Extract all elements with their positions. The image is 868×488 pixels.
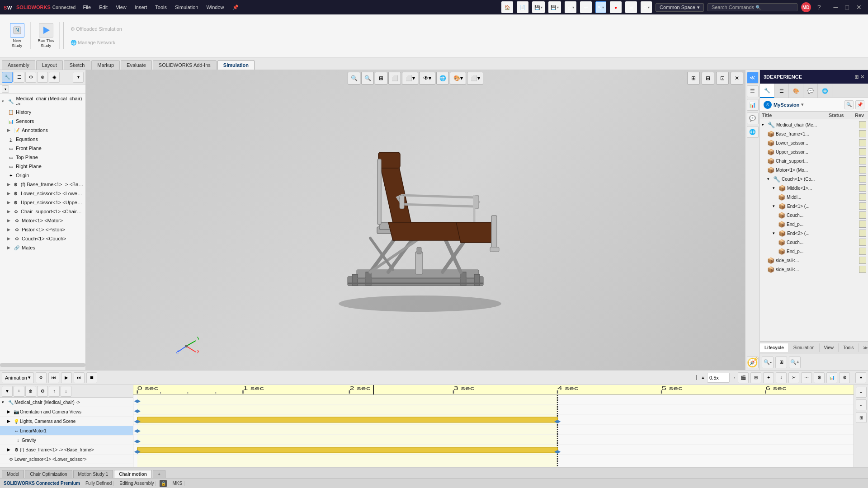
tree-item-equations[interactable]: ∑ Equations xyxy=(0,135,85,144)
filter-btn[interactable]: ▾ xyxy=(2,85,9,93)
anim-move-up-btn[interactable]: ↑ xyxy=(49,386,60,397)
minimize-button[interactable]: ─ xyxy=(831,3,841,12)
anim-add-btn[interactable]: + xyxy=(14,386,24,397)
menu-simulation[interactable]: Simulation xyxy=(171,4,202,11)
bottom-tab-add[interactable]: + xyxy=(153,470,165,478)
tree-root-expand[interactable]: ▾ xyxy=(2,99,6,103)
tree-item-right-plane[interactable]: ▭ Right Plane xyxy=(0,162,85,171)
rp-item-side-rail2[interactable]: 📦 side_rail<... xyxy=(760,265,868,274)
left-panel-scrollbar[interactable] xyxy=(0,363,85,370)
tree-item-couch[interactable]: ▶ ⚙ Couch<1> <Couch> xyxy=(0,234,85,243)
rp-item-expand[interactable]: ▾ xyxy=(773,186,777,190)
anim-mode-select[interactable]: Animation ▾ xyxy=(2,372,34,383)
dim-xpert-btn[interactable]: ⊕ xyxy=(37,72,48,83)
help-button[interactable]: ? xyxy=(815,3,824,12)
rp-zoom-in-btn[interactable]: 🔍+ xyxy=(789,357,801,368)
tree-item-piston[interactable]: ▶ ⚙ Piston<1> <Piston> xyxy=(0,225,85,234)
save-button[interactable]: 💾▾ xyxy=(548,1,561,13)
threedexperience-expand[interactable]: ⊞ xyxy=(854,74,859,80)
anim-fit-btn[interactable]: ⊞ xyxy=(856,412,867,423)
animation-timeline[interactable]: 0 sec 1 sec 2 sec 3 sec 4 sec 5 sec 6 se… xyxy=(133,385,854,467)
anim-tree-root[interactable]: ▾ 🔧 Medical_chair (Medical_chair) -> xyxy=(0,398,133,407)
anim-expand[interactable]: ▶ xyxy=(7,419,13,423)
menu-tools[interactable]: Tools xyxy=(151,4,170,11)
close-button[interactable]: ✕ xyxy=(854,3,864,12)
rp-tab-tools[interactable]: Tools xyxy=(839,343,859,352)
tab-sketch[interactable]: Sketch xyxy=(64,60,91,70)
timeline-keyframes[interactable] xyxy=(133,395,854,467)
rp-pin-btn[interactable]: 📌 xyxy=(855,100,864,109)
tree-item-mates[interactable]: ▶ 🔗 Mates xyxy=(0,243,85,252)
print-button[interactable]: 🖨▾ xyxy=(565,1,576,13)
anim-move-dn-btn[interactable]: ↓ xyxy=(61,386,71,397)
tree-item-upper-scissor[interactable]: ▶ ⚙ Upper_scissor<1> <Upper_scissor> xyxy=(0,198,85,207)
home-button[interactable]: 🏠 xyxy=(501,1,513,13)
anim-tool6[interactable]: ⋯ xyxy=(801,372,812,383)
record-button[interactable]: ● xyxy=(610,1,622,13)
anim-del-btn[interactable]: 🗑 xyxy=(25,386,36,397)
view-orientation-btn[interactable]: ⬜ xyxy=(388,72,401,84)
anim-expand[interactable]: ▶ xyxy=(7,447,13,452)
anim-expand[interactable]: ▶ xyxy=(7,409,13,414)
anim-speed-input[interactable]: 0.5x xyxy=(707,373,730,383)
anim-tree-linearmotor[interactable]: ↔ LinearMotor1 xyxy=(0,426,133,436)
rp-tab-expand[interactable]: ≫ xyxy=(859,343,868,352)
session-dropdown[interactable]: ▾ xyxy=(801,102,804,108)
restore-button[interactable]: □ xyxy=(843,3,852,12)
anim-tree-lower-scissor[interactable]: ⚙ Lower_scissor<1> <Lower_scissor> xyxy=(0,455,133,464)
anim-tree-orientation[interactable]: ▶ 📷 Orientation and Camera Views xyxy=(0,407,133,417)
anim-props-btn[interactable]: ⚙ xyxy=(37,386,48,397)
motor-expand[interactable]: ▶ xyxy=(7,218,12,223)
cursor-button[interactable]: ↖▾ xyxy=(595,1,606,13)
rp-item-upper-scissor[interactable]: 📦 Upper_scissor... xyxy=(760,147,868,156)
rp-item-middle1[interactable]: ▾ 📦 Middle<1>... xyxy=(760,183,868,192)
anim-stop-btn[interactable]: ⏹ xyxy=(86,372,97,383)
view-settings-btn[interactable]: ⬜▾ xyxy=(467,72,483,84)
anim-tool2[interactable]: ⊞ xyxy=(750,372,761,383)
anim-tree-gravity[interactable]: ↓ Gravity xyxy=(0,436,133,445)
rp-item-endp1[interactable]: 📦 End_p... xyxy=(760,220,868,229)
property-manager-btn[interactable]: ☰ xyxy=(14,72,24,83)
tree-item-chair-support[interactable]: ▶ ⚙ Chair_support<1> <Chair_support> xyxy=(0,207,85,216)
tab-simulation[interactable]: Simulation xyxy=(217,60,255,70)
display-manager-btn[interactable]: ◉ xyxy=(49,72,60,83)
rp-item-side-rail1[interactable]: 📦 side_rail<... xyxy=(760,256,868,265)
tree-item-history[interactable]: 📋 History xyxy=(0,108,85,117)
rp-item-couch-sub1[interactable]: 📦 Couch... xyxy=(760,211,868,220)
couch-expand[interactable]: ▶ xyxy=(7,236,12,241)
rp-tab-web[interactable]: 🌐 xyxy=(818,84,832,98)
anim-zoom-out-btn[interactable]: - xyxy=(856,399,867,410)
feature-tree-btn[interactable]: 🔧 xyxy=(2,72,13,83)
tree-item-origin[interactable]: ✦ Origin xyxy=(0,171,85,180)
menu-insert[interactable]: Insert xyxy=(131,4,151,11)
tab-markup[interactable]: Markup xyxy=(91,60,120,70)
rp-item-expand[interactable]: ▾ xyxy=(767,177,772,181)
rp-item-lower-scissor[interactable]: 📦 Lower_scissor... xyxy=(760,138,868,147)
bottom-tab-model[interactable]: Model xyxy=(2,470,24,478)
anim-play-btn[interactable]: ▶ xyxy=(61,372,72,383)
anim-zoom-in-btn[interactable]: + xyxy=(856,387,867,398)
zoom-area-btn[interactable]: 🔍 xyxy=(361,72,374,84)
menu-pin[interactable]: 📌 xyxy=(229,4,242,11)
run-study-button[interactable] xyxy=(39,23,53,38)
rp-item-chair-support[interactable]: 📦 Chair_support... xyxy=(760,156,868,165)
offloaded-sim-button[interactable]: ⚙ Offloaded Simulation xyxy=(67,24,125,34)
tree-item-front-plane[interactable]: ▭ Front Plane xyxy=(0,144,85,153)
anim-tool4[interactable]: ↕ xyxy=(776,372,787,383)
rp-item-motor[interactable]: 📦 Motor<1> (Mo... xyxy=(760,165,868,174)
zoom-to-fit-btn[interactable]: 🔍 xyxy=(348,72,360,84)
open-button[interactable]: 💾▾ xyxy=(532,1,545,13)
new-study-button[interactable]: N xyxy=(10,23,24,38)
bottom-tab-chair-motion[interactable]: Chair motion xyxy=(114,470,152,478)
mates-expand[interactable]: ▶ xyxy=(7,245,12,250)
menu-edit[interactable]: Edit xyxy=(95,4,111,11)
tree-item-sensors[interactable]: 📊 Sensors xyxy=(0,117,85,126)
right-icon-5[interactable]: 🌐 xyxy=(747,126,759,138)
expand-viewport-btn[interactable]: ⊞ xyxy=(687,72,700,84)
tree-item-top-plane[interactable]: ▭ Top Plane xyxy=(0,153,85,162)
anim-tool7[interactable]: ⚙ xyxy=(814,372,825,383)
bottom-tab-motion-study-1[interactable]: Motion Study 1 xyxy=(73,470,113,478)
more-btn[interactable]: ▾ xyxy=(73,72,84,83)
right-icon-4[interactable]: 💬 xyxy=(747,113,759,124)
upper-scissor-expand[interactable]: ▶ xyxy=(7,200,11,205)
